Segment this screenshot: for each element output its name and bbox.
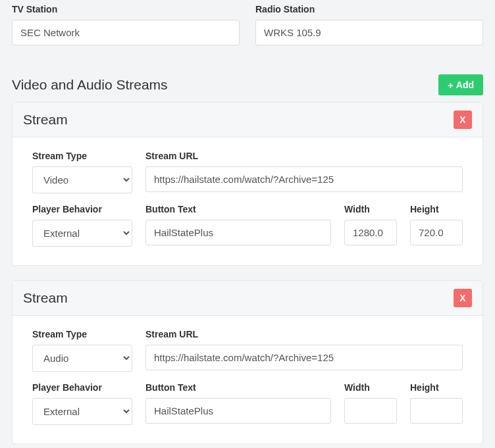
width-label: Width <box>344 382 397 393</box>
stream-type-select[interactable]: Video <box>32 166 132 193</box>
stream-panel: Stream X Stream Type Audio Stream URL Pl… <box>12 280 483 444</box>
width-label: Width <box>344 204 397 214</box>
button-text-label: Button Text <box>145 204 331 214</box>
radio-station-input[interactable] <box>255 20 483 45</box>
stream-panel-title: Stream <box>23 112 68 128</box>
plus-icon: + <box>448 80 454 90</box>
player-behavior-select[interactable]: External <box>32 220 132 247</box>
height-input[interactable] <box>410 220 463 245</box>
add-stream-button[interactable]: + Add <box>438 74 483 95</box>
add-button-label: Add <box>456 80 474 90</box>
stream-url-input[interactable] <box>145 345 463 370</box>
radio-station-label: Radio Station <box>255 4 483 14</box>
player-behavior-label: Player Behavior <box>32 204 132 214</box>
stream-type-select[interactable]: Audio <box>32 345 132 372</box>
height-label: Height <box>410 382 463 393</box>
height-label: Height <box>410 204 463 214</box>
streams-section-title: Video and Audio Streams <box>12 77 168 93</box>
player-behavior-select[interactable]: External <box>32 398 132 425</box>
stream-url-input[interactable] <box>145 166 463 192</box>
stream-type-label: Stream Type <box>32 151 132 161</box>
tv-station-input[interactable] <box>12 20 240 45</box>
stream-url-label: Stream URL <box>145 151 463 161</box>
delete-stream-button[interactable]: X <box>454 111 472 129</box>
tv-station-label: TV Station <box>12 4 240 14</box>
stream-type-label: Stream Type <box>32 329 132 339</box>
width-input[interactable] <box>344 220 397 245</box>
player-behavior-label: Player Behavior <box>32 382 132 393</box>
height-input[interactable] <box>410 398 463 424</box>
button-text-input[interactable] <box>145 398 331 424</box>
width-input[interactable] <box>344 398 397 424</box>
button-text-label: Button Text <box>145 382 331 393</box>
button-text-input[interactable] <box>145 220 331 245</box>
stream-panel-title: Stream <box>23 290 68 306</box>
stream-panel: Stream X Stream Type Video Stream URL Pl… <box>12 102 483 266</box>
delete-stream-button[interactable]: X <box>454 289 472 307</box>
stream-url-label: Stream URL <box>145 329 463 339</box>
